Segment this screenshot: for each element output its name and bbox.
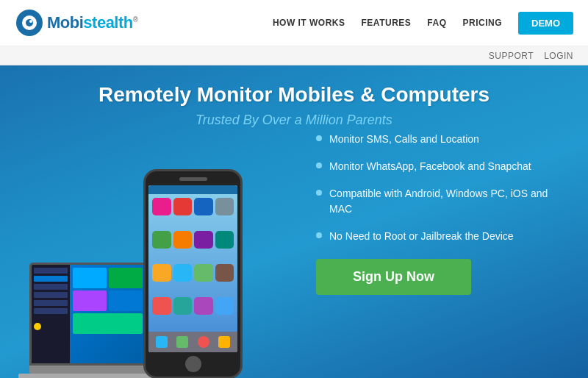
bullet-1 — [316, 135, 322, 141]
support-link[interactable]: SUPPORT — [489, 51, 534, 61]
bullet-2 — [316, 163, 322, 168]
header-secondary: SUPPORT LOGIN — [0, 46, 588, 65]
feature-item-2: Monitor WhatsApp, Facebook and Snapchat — [316, 159, 559, 174]
feature-item-4: No Need to Root or Jailbreak the Device — [316, 229, 559, 244]
hero-section: Remotely Monitor Mobiles & Computers Tru… — [0, 65, 588, 378]
logo-brand: Mobistealth® — [47, 13, 138, 32]
bullet-4 — [316, 232, 322, 238]
nav-pricing[interactable]: PRICING — [462, 18, 502, 28]
signup-button[interactable]: Sign Up Now — [316, 259, 471, 295]
feature-text-1: Monitor SMS, Calls and Location — [329, 132, 479, 147]
svg-point-2 — [26, 19, 33, 26]
nav-faq[interactable]: FAQ — [427, 18, 446, 28]
main-nav: HOW IT WORKS FEATURES FAQ PRICING DEMO — [273, 12, 573, 35]
feature-item-3: Compatible with Android, Windows PC, iOS… — [316, 186, 559, 217]
header: Mobistealth® HOW IT WORKS FEATURES FAQ P… — [0, 0, 588, 65]
features-list: Monitor SMS, Calls and Location Monitor … — [316, 132, 559, 295]
logo-icon — [15, 8, 44, 38]
feature-text-2: Monitor WhatsApp, Facebook and Snapchat — [329, 159, 531, 174]
header-top: Mobistealth® HOW IT WORKS FEATURES FAQ P… — [0, 0, 588, 46]
logo[interactable]: Mobistealth® — [15, 8, 138, 38]
hero-title-area: Remotely Monitor Mobiles & Computers Tru… — [0, 65, 588, 128]
svg-point-3 — [29, 20, 32, 23]
feature-text-4: No Need to Root or Jailbreak the Device — [329, 229, 514, 244]
login-link[interactable]: LOGIN — [544, 51, 573, 61]
feature-text-3: Compatible with Android, Windows PC, iOS… — [329, 186, 559, 217]
bullet-3 — [316, 190, 322, 196]
hero-subtitle: Trusted By Over a Million Parents — [0, 113, 588, 128]
feature-item-1: Monitor SMS, Calls and Location — [316, 132, 559, 147]
hero-title: Remotely Monitor Mobiles & Computers — [0, 83, 588, 107]
nav-how-it-works[interactable]: HOW IT WORKS — [273, 18, 345, 28]
nav-features[interactable]: FEATURES — [362, 18, 412, 28]
demo-button[interactable]: DEMO — [518, 12, 573, 35]
phone-device — [143, 169, 243, 378]
